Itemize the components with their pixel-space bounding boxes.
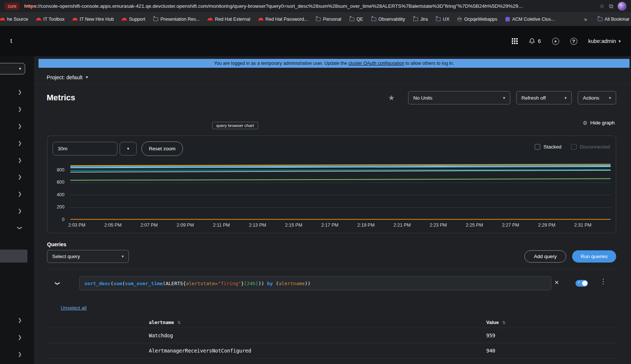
nav-group[interactable]: ❯ [0, 312, 34, 329]
folder-icon [316, 17, 321, 21]
perspective-dropdown[interactable]: ▾ [0, 63, 25, 74]
bookmark-item[interactable]: Red Hat External [208, 17, 250, 22]
browser-avatar[interactable] [618, 2, 627, 11]
bookmark-item[interactable]: Red Hat Password... [258, 17, 308, 22]
nav-group[interactable]: ❯ [0, 346, 34, 363]
all-bookmarks[interactable]: All Bookmar [598, 17, 630, 22]
bookmark-item[interactable]: UX [436, 17, 449, 22]
query-kebab-menu[interactable]: ⋮ [600, 277, 607, 285]
chevron-right-icon: ❯ [18, 191, 22, 197]
nav-group[interactable]: ❯ [0, 186, 34, 203]
bookmark-item[interactable]: Support [122, 17, 145, 22]
query-expression-input[interactable]: sort_desc(sum(sum_over_time(ALERTS{alert… [79, 276, 551, 290]
refresh-dropdown[interactable]: Refresh off▾ [516, 91, 572, 104]
run-queries-button[interactable]: Run queries [572, 250, 616, 263]
unselect-all-link[interactable]: Unselect all [61, 305, 87, 311]
alertname-cell: AlertmanagerReceiversNotConfigured [149, 348, 486, 354]
favorite-star-icon[interactable]: ★ [388, 93, 395, 102]
chevron-right-icon: ❯ [18, 140, 22, 146]
stacked-checkbox-row: Stacked [535, 144, 561, 150]
expression-token: sort_desc [84, 281, 110, 286]
clear-query-icon[interactable]: ✕ [554, 279, 559, 286]
expression-token: )) [258, 281, 264, 286]
nav-group[interactable]: ❯ [0, 151, 34, 168]
x-tick-label: 2:07 PM [140, 223, 158, 228]
bookmarks-overflow-chevron[interactable]: » [582, 16, 589, 22]
table-row[interactable]: Watchdog959 [47, 328, 616, 343]
bookmark-label: IT New Hire Hub [80, 17, 114, 22]
select-query-dropdown[interactable]: Select query▾ [47, 250, 129, 263]
bookmark-item[interactable]: ACM Coletive Clus... [505, 17, 555, 22]
expression-token: sum_over_time [125, 281, 163, 286]
bookmark-item[interactable]: he Source [0, 17, 28, 22]
sort-icon[interactable]: ⇅ [177, 320, 181, 325]
time-span-input[interactable]: 30m [53, 142, 117, 156]
expression-token: } [241, 281, 244, 286]
import-button[interactable]: + [552, 38, 559, 45]
nav-active-item[interactable] [0, 250, 27, 263]
nav-group[interactable]: ❯ [0, 84, 34, 101]
project-selector[interactable]: Project: default ▾ [34, 70, 631, 84]
bookmark-item[interactable]: QE [350, 17, 363, 22]
actions-dropdown[interactable]: Actions▾ [578, 91, 616, 104]
chart-plot[interactable] [70, 161, 611, 220]
bookmark-star-icon[interactable]: ☆ [599, 3, 604, 10]
side-panel-icon[interactable]: ⧉ [609, 3, 613, 10]
expression-token: ALERTS [166, 281, 183, 286]
y-tick-label: 800 [57, 167, 64, 173]
notifications-button[interactable]: 6 [529, 38, 541, 44]
nav-group[interactable]: ❯ [0, 329, 34, 346]
bookmarks-list: he SourceIT ToolboxIT New Hire HubSuppor… [0, 17, 555, 22]
column-header-value[interactable]: Value⇅ [486, 319, 616, 325]
reset-zoom-button[interactable]: Reset zoom [141, 141, 183, 156]
nav-group[interactable]: ❯ [0, 134, 34, 151]
time-span-dropdown-button[interactable]: ▾ [120, 142, 137, 156]
disconnected-checkbox[interactable] [571, 144, 577, 150]
query-expand-toggle[interactable]: ❯ [56, 280, 60, 287]
bookmark-item[interactable]: Presentation Res... [153, 17, 200, 22]
help-button[interactable]: ? [570, 38, 577, 45]
nav-group[interactable]: ❯ [0, 219, 34, 236]
bookmark-item[interactable]: IT Toolbox [36, 17, 64, 22]
redhat-icon [258, 18, 263, 21]
oauth-config-link[interactable]: cluster OAuth configuration [348, 61, 404, 66]
x-tick-label: 2:03 PM [68, 223, 86, 228]
bookmark-item[interactable]: IT New Hire Hub [73, 17, 114, 22]
nav-group[interactable]: ❯ [0, 118, 34, 135]
units-dropdown[interactable]: No Units▾ [408, 91, 510, 104]
sort-icon[interactable]: ⇅ [502, 320, 505, 325]
table-row[interactable]: AlertmanagerReceiversNotConfigured940 [47, 343, 616, 358]
bookmark-item[interactable]: Personal [316, 17, 341, 22]
y-tick-label: 200 [57, 204, 64, 210]
stacked-checkbox[interactable] [535, 144, 540, 150]
globe-icon [457, 17, 462, 21]
project-label: Project: default [47, 74, 83, 80]
redhat-icon [73, 18, 77, 21]
page-title: Metrics [47, 93, 75, 103]
disconnected-label: Disconnected [580, 144, 610, 150]
security-chip[interactable]: cure [4, 3, 20, 10]
expression-token: { [183, 281, 186, 286]
bookmark-item[interactable]: OcpqeWebapps [457, 17, 497, 22]
nav-group[interactable]: ❯ [0, 101, 34, 118]
nav-group[interactable]: ❯ [0, 203, 34, 220]
hide-graph-button[interactable]: Hide graph [582, 120, 615, 126]
question-circle-icon: ? [570, 38, 577, 45]
app-icon [505, 17, 510, 21]
expression-token: ( [110, 281, 113, 286]
redhat-icon [0, 18, 5, 21]
x-tick-label: 2:11 PM [213, 223, 230, 228]
chevron-right-icon: ❯ [18, 317, 22, 323]
app-launcher-button[interactable] [512, 38, 518, 44]
bookmark-item[interactable]: Jira [413, 17, 428, 22]
bookmark-item[interactable]: Observability [371, 17, 405, 22]
apps-grid-icon [512, 38, 518, 44]
column-header-alertname[interactable]: alertname⇅ [149, 319, 486, 325]
nav-group[interactable]: ❯ [0, 168, 34, 186]
query-enabled-switch[interactable]: ✓ [575, 280, 588, 287]
user-menu[interactable]: kube:admin ▾ [588, 38, 621, 44]
url-bar[interactable]: https://console-openshift-console.apps.e… [24, 3, 595, 9]
folder-icon [350, 17, 354, 21]
add-query-button[interactable]: Add query [524, 250, 566, 263]
redhat-icon [122, 18, 127, 21]
